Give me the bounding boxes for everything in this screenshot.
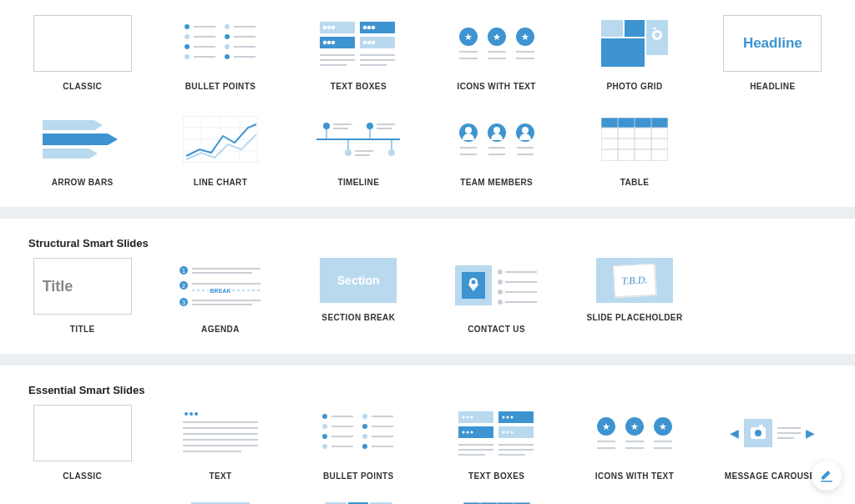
tile-essential-table[interactable] [433,497,560,504]
svg-point-135 [470,416,473,419]
svg-point-22 [332,27,335,29]
tile-essential-text[interactable]: TEXT [156,401,284,489]
svg-text:1: 1 [182,268,185,274]
svg-point-6 [185,54,190,59]
svg-point-123 [362,424,367,429]
tile-slide-placeholder[interactable]: T.B.D. SLIDE PLACEHOLDER [570,255,698,342]
thumb-classic [33,15,132,72]
tile-label: TABLE [620,178,650,187]
svg-point-139 [462,431,464,434]
tile-bullet-points[interactable]: BULLET POINTS [156,12,284,99]
svg-point-27 [328,42,331,44]
camera-icon [751,427,766,439]
svg-point-31 [372,42,375,44]
tile-contact-us[interactable]: CONTACT US [433,255,560,342]
slide-template-scroll[interactable]: { "sections": { "top": { "tiles": [ {"la… [0,0,855,504]
tile-essential-bullets[interactable]: BULLET POINTS [295,401,422,489]
tile-icons-with-text[interactable]: ★ ★ ★ ICONS WITH TEXT [433,12,560,99]
thumb-icons-with-text: ★ ★ ★ [448,15,546,72]
tile-label: CLASSIC [63,471,102,481]
tile-label: LINE CHART [194,178,248,187]
tile-essential-image[interactable] [156,497,284,504]
svg-point-23 [364,27,367,29]
svg-point-12 [225,44,230,49]
tile-line-chart[interactable]: LINE CHART [156,108,284,195]
tile-label: ARROW BARS [52,178,114,187]
svg-point-43 [655,33,660,38]
svg-marker-47 [43,149,98,159]
thumb-message-carousel: ◀ ▶ [723,405,822,461]
thumb-agenda: 1 2 BREAK 3 [171,258,270,315]
thumb-essential-text-boxes [448,405,546,461]
feedback-fab[interactable] [812,461,842,491]
tile-essential-logos[interactable] [18,497,146,504]
thumb-line-chart [171,111,270,168]
tile-essential-text-boxes[interactable]: TEXT BOXES [433,401,560,489]
tile-headline[interactable]: Headline HEADLINE [709,12,837,99]
tile-essential-photo-grid[interactable] [295,497,422,504]
tile-essential-icons-text[interactable]: ★ ★ ★ ICONS WITH TEXT [570,401,698,489]
tile-text-boxes[interactable]: TEXT BOXES [295,12,422,99]
thumb-bullet-points [171,15,270,72]
tile-label: TEXT BOXES [468,471,524,481]
svg-marker-46 [43,134,118,145]
thumb-essential-logos [33,501,132,504]
tile-team-members[interactable]: TEAM MEMBERS [433,108,560,195]
title-sample: Title [43,278,73,295]
svg-point-21 [328,27,331,29]
svg-point-0 [185,24,190,29]
svg-point-96 [498,270,502,274]
thumb-section-break: Section [320,258,397,303]
thumb-essential-text [171,405,270,461]
tile-classic[interactable]: CLASSIC [18,12,146,99]
tile-label: TEXT BOXES [331,82,387,91]
star-icon: ★ [597,417,615,436]
svg-text:BREAK: BREAK [210,288,231,294]
tile-table[interactable]: TABLE [570,108,698,195]
svg-point-140 [466,431,468,434]
tile-label: SLIDE PLACEHOLDER [586,313,682,322]
star-icon: ★ [654,417,672,436]
svg-point-144 [510,431,513,434]
svg-point-119 [322,444,327,449]
svg-point-26 [324,42,326,44]
headline-sample: Headline [743,35,802,52]
tbd-sample: T.B.D. [621,274,648,288]
tile-photo-grid[interactable]: PHOTO GRID [570,12,698,99]
tile-timeline[interactable]: TIMELINE [295,108,422,195]
thumb-slide-placeholder: T.B.D. [596,258,673,303]
thumb-essential-table [448,501,546,504]
svg-point-24 [368,27,371,29]
tile-label: BULLET POINTS [185,82,256,91]
tile-label: MESSAGE CAROUSEL [725,471,821,481]
tile-agenda[interactable]: 1 2 BREAK 3 AGENDA [156,255,284,342]
svg-point-25 [372,27,375,29]
tile-essential-classic[interactable]: CLASSIC [18,401,146,489]
tile-title[interactable]: Title TITLE [18,255,146,342]
svg-point-30 [368,42,371,44]
tile-label: TITLE [70,325,95,334]
svg-point-133 [462,416,464,419]
svg-point-113 [322,414,327,419]
tile-arrow-bars[interactable]: ARROW BARS [18,108,146,195]
svg-point-95 [471,280,475,285]
svg-point-106 [195,412,198,416]
svg-point-28 [332,42,335,44]
svg-text:3: 3 [182,300,185,305]
star-icon: ★ [488,28,506,46]
section-title-essential: Essential Smart Slides [18,365,837,401]
svg-point-4 [185,44,190,49]
svg-point-2 [185,34,190,39]
svg-point-29 [364,42,367,44]
svg-point-117 [322,434,327,439]
tile-label: CONTACT US [468,325,525,334]
svg-point-14 [225,54,230,59]
svg-point-100 [498,290,502,294]
thumb-essential-bullets [309,405,407,461]
svg-rect-41 [601,38,645,67]
tile-label: BULLET POINTS [323,471,394,481]
svg-point-141 [470,431,473,434]
tile-label: TIMELINE [337,178,379,187]
tile-section-break[interactable]: Section SECTION BREAK [295,255,422,342]
thumb-contact-us [448,258,546,315]
